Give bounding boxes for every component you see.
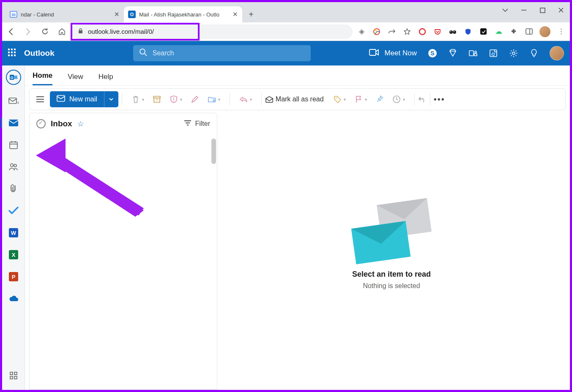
report-button[interactable]: ▾: [170, 95, 182, 103]
maximize-icon[interactable]: [538, 5, 547, 15]
svg-rect-18: [369, 49, 376, 55]
calendar-favicon-icon: 30: [10, 11, 17, 18]
tab-help[interactable]: Help: [99, 73, 113, 85]
powerpoint-rail-icon[interactable]: P: [8, 271, 19, 283]
todo-rail-icon[interactable]: [8, 205, 19, 217]
outlook-logo-icon[interactable]: O: [6, 70, 21, 85]
app-launcher-icon[interactable]: [8, 49, 17, 58]
back-icon[interactable]: [6, 27, 16, 36]
brand-name: Outlook: [24, 49, 55, 58]
close-icon[interactable]: [556, 5, 566, 15]
tab-close-icon[interactable]: ✕: [114, 11, 120, 18]
reading-pane: Select an item to read Nothing is select…: [217, 113, 566, 390]
meet-now-button[interactable]: Meet Now: [369, 49, 417, 58]
teams-icon[interactable]: [468, 49, 478, 58]
svg-rect-47: [14, 376, 17, 379]
mark-all-read-label: Mark all as read: [276, 95, 324, 103]
reply-button[interactable]: ▾: [239, 95, 252, 103]
move-button[interactable]: ▾: [208, 95, 220, 103]
mail-rail-icon[interactable]: [8, 117, 19, 129]
side-panel-icon[interactable]: [524, 27, 534, 36]
people-rail-icon[interactable]: [8, 161, 19, 173]
new-mail-dropdown[interactable]: [104, 91, 118, 107]
word-rail-icon[interactable]: W: [8, 227, 19, 239]
browser-tab-outlook[interactable]: O Mail - Atish Rajasekharan - Outlo ✕: [124, 6, 242, 22]
settings-gear-icon[interactable]: [509, 49, 518, 58]
chrome-menu-icon[interactable]: ⋮: [556, 27, 566, 36]
search-input[interactable]: Search: [133, 45, 311, 61]
new-tab-button[interactable]: +: [245, 8, 257, 21]
snooze-button[interactable]: ▾: [392, 95, 405, 103]
chevron-down-icon[interactable]: [501, 5, 510, 15]
ext-red-circle-icon[interactable]: [418, 27, 427, 36]
browser-avatar[interactable]: [539, 26, 550, 37]
svg-point-22: [475, 51, 476, 53]
tag-button[interactable]: ▾: [333, 95, 346, 103]
undo-button[interactable]: [418, 95, 427, 103]
ext-pocket-icon[interactable]: [433, 27, 442, 36]
svg-text:O: O: [10, 76, 13, 80]
outlook-suite-header: Outlook Search Meet Now S: [2, 41, 570, 65]
folder-move-icon: [208, 95, 216, 103]
favorite-star-icon[interactable]: ☆: [77, 120, 84, 128]
search-placeholder: Search: [153, 49, 174, 57]
more-apps-rail-icon[interactable]: [8, 370, 19, 381]
empty-state-illustration-icon: [353, 201, 430, 261]
ext-shield-icon[interactable]: [463, 27, 473, 36]
new-mail-button[interactable]: New mail: [50, 91, 118, 107]
pin-button[interactable]: [375, 95, 384, 103]
reload-icon[interactable]: [40, 27, 49, 36]
files-rail-icon[interactable]: [8, 183, 19, 195]
browser-tab-calendar[interactable]: 30 ndar - Calend ✕: [5, 6, 124, 22]
url-input[interactable]: outlook.live.com/mail/0/: [71, 24, 353, 39]
lock-icon: [77, 28, 84, 35]
premium-diamond-icon[interactable]: [448, 49, 457, 58]
svg-rect-44: [10, 372, 13, 375]
tab-view[interactable]: View: [68, 73, 83, 85]
ext-google-icon[interactable]: [372, 27, 381, 36]
skype-icon[interactable]: S: [428, 49, 437, 58]
ext-cloud-icon[interactable]: ☁: [494, 27, 503, 36]
excel-rail-icon[interactable]: X: [8, 249, 19, 261]
home-icon[interactable]: [57, 27, 66, 36]
svg-point-36: [10, 164, 13, 167]
folder-pane-toggle-icon[interactable]: [34, 93, 47, 106]
tips-bulb-icon[interactable]: [529, 49, 539, 58]
user-avatar[interactable]: [550, 46, 564, 60]
ext-arrow-box-icon[interactable]: [479, 27, 488, 36]
mail-icon: [57, 95, 65, 103]
tab-title: ndar - Calend: [21, 11, 111, 18]
read-mail-icon: [265, 95, 274, 103]
notes-icon[interactable]: [489, 49, 498, 58]
filter-label: Filter: [195, 120, 210, 128]
bookmark-star-icon[interactable]: [402, 27, 412, 36]
onedrive-rail-icon[interactable]: [8, 293, 19, 305]
flag-button[interactable]: ▾: [354, 95, 367, 103]
search-icon: [139, 48, 148, 58]
archive-button[interactable]: [153, 95, 161, 103]
mark-all-read-button[interactable]: Mark all as read: [265, 95, 324, 103]
forward-icon[interactable]: [23, 27, 33, 36]
extensions-icon[interactable]: [509, 27, 518, 36]
svg-rect-21: [469, 51, 473, 56]
ext-glasses-icon[interactable]: [448, 27, 457, 36]
tab-home[interactable]: Home: [33, 71, 52, 85]
svg-text:30: 30: [11, 13, 16, 17]
ext-diamond-icon[interactable]: ◈: [357, 27, 366, 36]
svg-point-24: [512, 52, 515, 54]
scrollbar-thumb[interactable]: [211, 139, 216, 164]
shield-alert-icon: [170, 95, 178, 103]
new-mail-rail-icon[interactable]: +: [8, 95, 19, 107]
clock-icon: [392, 95, 401, 103]
delete-button[interactable]: ▾: [131, 95, 144, 103]
svg-marker-64: [36, 139, 66, 172]
tab-close-icon[interactable]: ✕: [233, 11, 238, 18]
sweep-button[interactable]: [191, 95, 199, 103]
more-menu-button[interactable]: •••: [434, 95, 445, 104]
minimize-icon[interactable]: [519, 5, 528, 15]
share-icon[interactable]: [387, 27, 397, 36]
select-all-checkbox[interactable]: [36, 119, 46, 128]
ribbon-toolbar: New mail ▾ ▾ ▾ ▾ Mark all as read: [29, 88, 566, 110]
calendar-rail-icon[interactable]: [8, 139, 19, 151]
filter-button[interactable]: Filter: [184, 120, 210, 128]
